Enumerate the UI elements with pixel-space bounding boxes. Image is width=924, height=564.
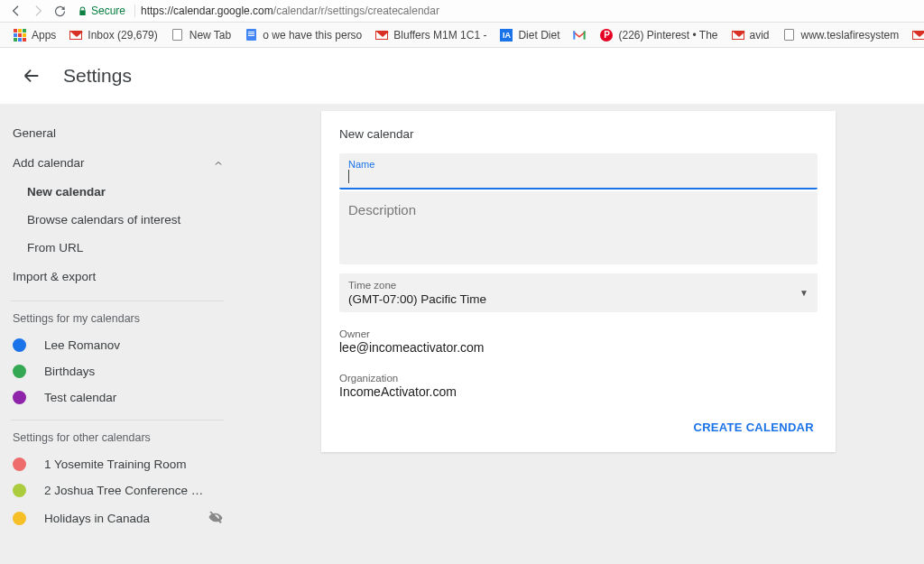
pinterest-icon: P: [599, 28, 614, 42]
back-arrow-icon[interactable]: [22, 66, 42, 86]
app-header: Settings: [0, 48, 924, 104]
bookmark-label: Diet Diet: [518, 29, 559, 42]
page-title: Settings: [63, 65, 132, 87]
calendar-color-dot: [13, 338, 26, 352]
lock-icon: [78, 5, 88, 17]
calendar-row[interactable]: Holidays in Canada: [11, 504, 224, 532]
bookmark-item[interactable]: avid: [725, 25, 775, 45]
calendar-color-dot: [13, 365, 26, 378]
bookmark-label: (226) Pinterest • The: [618, 29, 717, 42]
bookmarks-bar: AppsInbox (29,679)New Tabo we have this …: [0, 23, 924, 48]
bookmark-item[interactable]: P(226) Pinterest • The: [594, 25, 723, 45]
browser-toolbar: Secure https://calendar.google.com/calen…: [0, 0, 924, 23]
calendar-row[interactable]: Birthdays: [11, 358, 224, 384]
divider: [11, 300, 224, 301]
docs-icon: [244, 28, 258, 42]
organization-value: IncomeActivator.com: [339, 384, 818, 399]
name-input[interactable]: [348, 170, 808, 188]
calendar-row[interactable]: Lee Romanov: [11, 332, 224, 358]
sidebar-item-general[interactable]: General: [11, 118, 224, 148]
bookmark-item[interactable]: Apps: [7, 25, 61, 45]
name-label: Name: [348, 159, 808, 170]
chevron-down-icon: ▼: [799, 288, 808, 298]
calendar-name: Holidays in Canada: [44, 512, 189, 525]
name-field[interactable]: Name: [339, 153, 818, 190]
card-title: New calendar: [339, 127, 818, 141]
gmail-icon: [731, 28, 745, 42]
timezone-label: Time zone: [348, 280, 799, 291]
calendar-name: 2 Joshua Tree Conference …: [44, 484, 224, 497]
new-calendar-card: New calendar Name Description Time zone …: [321, 111, 836, 452]
gmail-icon: [911, 28, 924, 42]
ia-icon: IA: [499, 28, 513, 42]
bookmark-label: www.teslafiresystem: [801, 29, 900, 42]
description-label: Description: [348, 202, 808, 217]
bookmark-item[interactable]: New Tab: [165, 25, 236, 45]
owner-value: lee@incomeactivator.com: [339, 339, 818, 355]
sidebar-group-other-calendars: Settings for other calendars: [11, 426, 224, 451]
gmail-icon: [374, 28, 389, 42]
bookmark-label: Apps: [32, 29, 56, 42]
forward-icon[interactable]: [29, 2, 47, 20]
reload-icon[interactable]: [51, 2, 69, 20]
bookmark-item[interactable]: IADiet Diet: [494, 25, 565, 45]
bookmark-item[interactable]: Inbox (37: [906, 25, 924, 45]
bookmark-label: o we have this perso: [263, 29, 362, 42]
url-bar[interactable]: https://calendar.google.com/calendar/r/s…: [134, 5, 917, 17]
apps-icon: [13, 28, 27, 42]
bookmark-item[interactable]: o we have this perso: [238, 25, 367, 45]
calendar-name: Test calendar: [44, 391, 224, 404]
bookmark-item[interactable]: Inbox (29,679): [63, 25, 162, 45]
sidebar-group-my-calendars: Settings for my calendars: [11, 307, 224, 332]
bookmark-item[interactable]: [567, 25, 592, 45]
bookmark-item[interactable]: Bluffers M1M 1C1 -: [369, 25, 492, 45]
visibility-off-icon: [208, 510, 224, 526]
calendar-color-dot: [13, 458, 26, 471]
description-field[interactable]: Description: [339, 191, 818, 264]
timezone-value: (GMT-07:00) Pacific Time: [348, 291, 799, 306]
sidebar-item-import-export[interactable]: Import & export: [11, 262, 224, 291]
bookmark-label: New Tab: [189, 29, 231, 42]
sidebar-item-label: Add calendar: [13, 156, 85, 170]
bookmark-label: avid: [750, 29, 770, 42]
bookmark-label: Bluffers M1M 1C1 -: [393, 29, 486, 42]
chevron-up-icon: [213, 158, 224, 169]
calendar-name: Birthdays: [44, 365, 224, 378]
settings-sidebar: General Add calendar New calendar Browse…: [0, 104, 235, 564]
sidebar-sub-from-url[interactable]: From URL: [11, 234, 224, 262]
file-icon: [782, 28, 797, 42]
calendar-color-dot: [13, 484, 26, 497]
calendar-color-dot: [13, 512, 26, 525]
owner-label: Owner: [339, 328, 818, 339]
gm-icon: [572, 28, 587, 42]
create-calendar-button[interactable]: CREATE CALENDAR: [689, 415, 818, 439]
gmail-icon: [69, 28, 83, 42]
bookmark-label: Inbox (29,679): [88, 29, 157, 42]
calendar-row[interactable]: 2 Joshua Tree Conference …: [11, 477, 224, 504]
calendar-row[interactable]: Test calendar: [11, 384, 224, 411]
bookmark-item[interactable]: www.teslafiresystem: [777, 25, 905, 45]
calendar-name: 1 Yosemite Training Room: [44, 458, 224, 471]
calendar-row[interactable]: 1 Yosemite Training Room: [11, 451, 224, 477]
secure-indicator: Secure: [78, 5, 125, 17]
calendar-name: Lee Romanov: [44, 338, 224, 352]
sidebar-sub-new-calendar[interactable]: New calendar: [11, 178, 224, 206]
file-icon: [171, 28, 185, 42]
back-icon[interactable]: [7, 2, 25, 20]
sidebar-sub-browse[interactable]: Browse calendars of interest: [11, 206, 224, 234]
divider: [11, 420, 224, 421]
timezone-select[interactable]: Time zone (GMT-07:00) Pacific Time ▼: [339, 273, 818, 312]
calendar-color-dot: [13, 391, 26, 404]
organization-label: Organization: [339, 373, 818, 384]
sidebar-item-add-calendar[interactable]: Add calendar: [11, 148, 224, 178]
